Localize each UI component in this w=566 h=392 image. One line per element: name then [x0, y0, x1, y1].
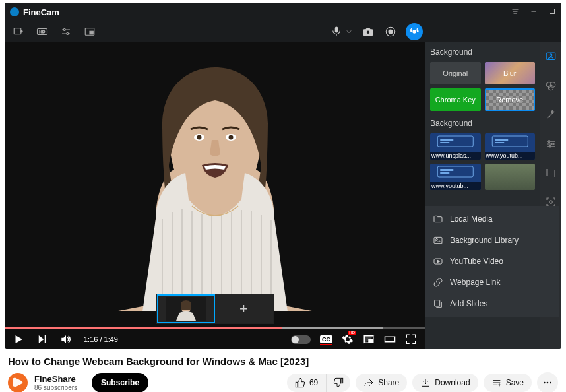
scene-thumbs: + [156, 294, 274, 324]
svg-rect-15 [90, 31, 93, 34]
maximize-icon[interactable] [548, 7, 556, 17]
cc-button[interactable]: CC [320, 335, 332, 343]
pip-icon[interactable] [82, 24, 97, 39]
app-logo [10, 7, 19, 16]
svg-point-20 [413, 30, 416, 33]
svg-rect-51 [495, 139, 508, 141]
menu-local-media[interactable]: Local Media [425, 209, 559, 230]
add-background-menu: Local Media Background Library YouTube V… [425, 206, 559, 317]
svg-point-80 [544, 382, 546, 384]
bg-header-1: Background [430, 48, 535, 57]
hd-badge: HD [348, 331, 356, 335]
svg-marker-40 [39, 335, 44, 343]
svg-marker-59 [437, 260, 440, 263]
menu-slides[interactable]: Add Slides [425, 293, 559, 314]
svg-point-34 [197, 135, 201, 140]
svg-point-82 [550, 382, 551, 384]
fullscreen-button[interactable] [405, 333, 417, 345]
svg-rect-45 [369, 339, 373, 343]
chevron-down-icon[interactable] [345, 24, 353, 39]
scene-thumb-1[interactable] [157, 294, 215, 323]
minimize-icon[interactable] [530, 7, 538, 17]
svg-rect-55 [440, 172, 449, 174]
mic-icon[interactable] [329, 24, 344, 39]
theater-button[interactable] [384, 333, 396, 345]
bg-tile-remove[interactable]: Remove [485, 88, 536, 111]
svg-point-17 [367, 31, 370, 34]
svg-rect-74 [341, 378, 343, 383]
subscriber-count: 86 subscribers [34, 384, 77, 391]
svg-point-81 [547, 382, 549, 384]
play-button[interactable] [13, 333, 24, 345]
svg-rect-52 [495, 142, 504, 143]
time-display: 1:16 / 1:49 [84, 335, 118, 343]
rb-crop-icon[interactable] [544, 166, 557, 180]
channel-name[interactable]: FineShare [34, 374, 77, 384]
svg-rect-50 [492, 136, 528, 147]
menu-icon[interactable] [511, 7, 519, 17]
svg-point-36 [228, 135, 233, 140]
svg-rect-46 [385, 337, 395, 342]
dislike-button[interactable] [326, 374, 350, 392]
menu-webpage[interactable]: Webpage Link [425, 272, 559, 293]
app-title: FineCam [23, 7, 59, 17]
rb-effects-icon[interactable] [544, 79, 557, 92]
bg-tile-chroma[interactable]: Chroma Key [430, 88, 481, 111]
svg-rect-47 [437, 136, 473, 147]
camera-icon[interactable] [361, 24, 375, 39]
svg-rect-48 [440, 139, 453, 141]
svg-rect-41 [45, 335, 46, 343]
next-button[interactable] [36, 333, 48, 345]
add-source-icon[interactable] [11, 24, 26, 39]
svg-rect-5 [14, 28, 21, 34]
broadcast-button[interactable] [406, 23, 423, 40]
person-graphic [70, 48, 360, 311]
svg-marker-42 [61, 335, 66, 343]
bg-thumb-3[interactable]: www.youtub... [430, 164, 481, 190]
download-button[interactable]: Download [412, 374, 478, 392]
miniplayer-button[interactable] [363, 333, 375, 345]
svg-rect-60 [435, 300, 440, 306]
volume-button[interactable] [60, 333, 72, 345]
bg-tile-original[interactable]: Original [430, 62, 481, 84]
like-button[interactable]: 69 [287, 374, 326, 392]
settings-button[interactable]: HD [342, 333, 354, 345]
svg-text:HD: HD [40, 30, 46, 34]
record-icon[interactable] [383, 24, 398, 39]
svg-point-62 [550, 54, 552, 57]
save-button[interactable]: Save [484, 374, 532, 392]
rb-wand-icon[interactable] [544, 108, 557, 121]
menu-bg-library[interactable]: Background Library [425, 230, 559, 251]
autoplay-toggle[interactable] [291, 335, 311, 344]
svg-rect-49 [440, 142, 449, 143]
svg-marker-39 [16, 335, 23, 343]
svg-rect-54 [440, 169, 453, 171]
svg-point-13 [67, 33, 69, 35]
video-preview[interactable]: + 1:16 / 1:49 CC HD [5, 42, 425, 349]
svg-point-19 [389, 30, 393, 34]
video-title: How to Change Webcam Background for Wind… [8, 356, 558, 367]
svg-point-72 [550, 201, 553, 204]
rb-background-icon[interactable] [544, 50, 557, 63]
svg-rect-4 [550, 9, 555, 13]
bg-header-2: Background [430, 119, 535, 128]
background-panel: Background Original Blur Chroma Key Remo… [425, 42, 540, 349]
more-button[interactable] [537, 372, 558, 392]
add-scene-button[interactable]: + [215, 294, 273, 323]
svg-point-12 [63, 29, 65, 31]
svg-rect-53 [437, 166, 473, 177]
menu-youtube[interactable]: YouTube Video [425, 251, 559, 272]
bg-tile-blur[interactable]: Blur [485, 62, 536, 84]
bg-thumb-4[interactable] [485, 164, 536, 190]
channel-avatar[interactable] [8, 373, 28, 392]
sliders-icon[interactable] [59, 24, 73, 39]
subscribe-button[interactable]: Subscribe [92, 373, 148, 392]
bg-thumb-1[interactable]: www.unsplas... [430, 133, 481, 160]
hd-icon[interactable]: HD [35, 24, 49, 39]
bg-thumb-2[interactable]: www.youtub... [485, 133, 536, 160]
svg-rect-73 [296, 382, 298, 387]
share-button[interactable]: Share [356, 374, 407, 392]
rb-adjust-icon[interactable] [544, 137, 557, 150]
